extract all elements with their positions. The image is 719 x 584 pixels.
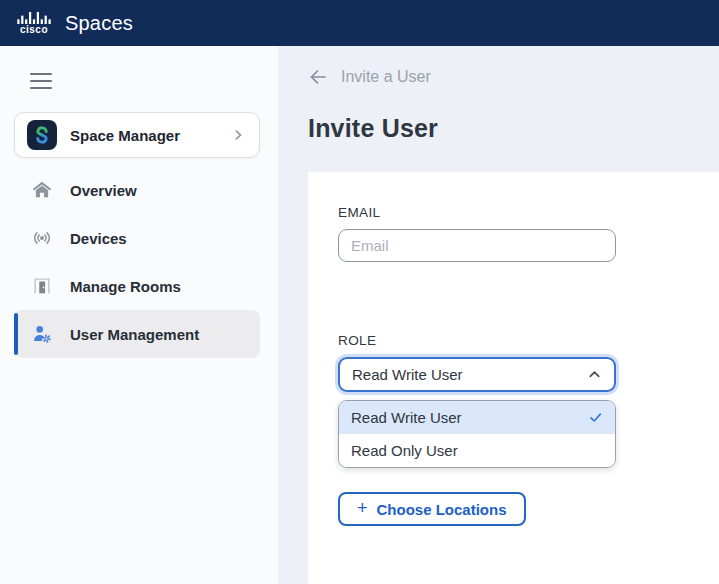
sidebar-item-label: Manage Rooms	[70, 278, 181, 295]
email-field[interactable]	[338, 229, 616, 262]
sidebar-item-overview[interactable]: Overview	[14, 166, 260, 214]
door-icon	[30, 274, 54, 298]
chevron-right-icon	[231, 128, 245, 142]
cisco-bars-icon	[17, 11, 51, 24]
hamburger-menu-icon[interactable]	[30, 73, 52, 89]
sidebar-item-user-management[interactable]: User Management	[14, 310, 260, 358]
sidebar-item-label: User Management	[70, 326, 199, 343]
role-option-label: Read Only User	[351, 442, 458, 459]
email-label: EMAIL	[338, 205, 719, 220]
sidebar-item-label: Devices	[70, 230, 127, 247]
cisco-brand-text: cisco	[20, 25, 48, 35]
choose-locations-button[interactable]: + Choose Locations	[338, 492, 526, 526]
role-select-value: Read Write User	[352, 366, 463, 383]
sidebar: Space Manager Overview	[0, 46, 278, 584]
cisco-logo: cisco	[17, 11, 51, 35]
main-content: Invite a User Invite User EMAIL ROLE Rea…	[278, 46, 719, 584]
checkmark-icon	[588, 410, 603, 425]
breadcrumb-label: Invite a User	[341, 68, 431, 86]
chevron-up-icon	[587, 367, 602, 382]
choose-locations-label: Choose Locations	[377, 501, 507, 518]
role-option-read-only[interactable]: Read Only User	[339, 434, 615, 467]
sidebar-item-devices[interactable]: Devices	[14, 214, 260, 262]
signal-icon	[30, 226, 54, 250]
role-option-read-write[interactable]: Read Write User	[339, 401, 615, 434]
top-header-bar: cisco Spaces	[0, 0, 719, 46]
invite-user-form-panel: EMAIL ROLE Read Write User Read Write Us…	[308, 172, 719, 584]
app-title: Spaces	[65, 12, 133, 35]
user-gear-icon	[30, 322, 54, 346]
page-title: Invite User	[308, 114, 719, 143]
plus-icon: +	[357, 499, 368, 517]
space-manager-app-icon	[27, 120, 57, 150]
role-option-label: Read Write User	[351, 409, 462, 426]
space-manager-label: Space Manager	[70, 127, 180, 144]
role-select[interactable]: Read Write User	[338, 357, 616, 392]
role-dropdown-menu: Read Write User Read Only User	[338, 400, 616, 468]
space-manager-card[interactable]: Space Manager	[14, 112, 260, 158]
home-icon	[30, 178, 54, 202]
role-label: ROLE	[338, 333, 719, 348]
back-arrow-icon[interactable]	[308, 67, 328, 87]
breadcrumb: Invite a User	[278, 46, 719, 87]
sidebar-item-manage-rooms[interactable]: Manage Rooms	[14, 262, 260, 310]
sidebar-item-label: Overview	[70, 182, 137, 199]
sidebar-nav: Overview Devices	[0, 166, 278, 358]
